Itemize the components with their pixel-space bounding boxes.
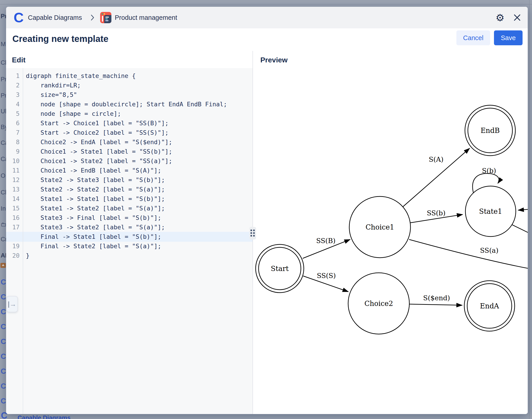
edge-label-choice1-state1: SS(b) [427, 209, 445, 217]
code-text: Choice1 -> EndB [label = "S(A)"]; [26, 166, 161, 175]
code-line-14[interactable]: 14 State1 -> State1 [label = "S(b)"]; [6, 194, 252, 204]
background-sidebar-logo: C [1, 352, 6, 361]
background-sidebar-logo: C [1, 322, 6, 331]
code-line-4[interactable]: 4 node [shape = doublecircle]; Start End… [6, 100, 252, 109]
line-number: 15 [6, 204, 20, 213]
code-line-6[interactable]: 6 Start -> Choice1 [label = "SS(B)"]; [6, 118, 252, 128]
edge-label-choice1-endb: S(A) [429, 156, 444, 163]
edge-choice1-state2 [409, 239, 528, 269]
breadcrumb-page[interactable]: Product management [115, 7, 177, 28]
background-sidebar-logo: C [1, 293, 6, 301]
code-line-8[interactable]: 8 Choice2 -> EndA [label = "S($end)"]; [6, 137, 252, 147]
background-sidebar-item: M [1, 41, 6, 48]
create-template-dialog: C Capable Diagrams Product management ⚙ … [6, 7, 528, 414]
background-sidebar-item: O [1, 172, 5, 179]
background-page-title: Capable Diagrams [18, 415, 71, 419]
close-icon[interactable] [511, 12, 523, 24]
capable-diagrams-logo-icon: C [13, 10, 24, 25]
line-number: 14 [6, 194, 20, 204]
line-number: 4 [6, 100, 20, 109]
code-line-17[interactable]: 17 State3 -> State2 [label = "S(a)"]; [6, 223, 252, 232]
background-sidebar-item: Ul [1, 108, 7, 115]
background-sidebar-item: 🗀 [1, 221, 7, 228]
code-text: State1 -> State1 [label = "S(b)"]; [26, 194, 165, 204]
code-line-19[interactable]: 19 Final -> State2 [label = "S(a)"]; [6, 241, 252, 251]
edge-label-choice1-state2: SS(a) [480, 247, 498, 254]
code-text: } [26, 251, 29, 261]
background-sidebar-item: Pr [1, 92, 7, 99]
line-number: 10 [6, 156, 20, 166]
code-line-1[interactable]: 1digraph finite_state_machine { [6, 71, 252, 81]
background-sidebar-logo: C [1, 278, 6, 286]
code-line-7[interactable]: 7 Start -> Choice2 [label = "SS(S)"]; [6, 128, 252, 137]
line-number: 20 [6, 251, 20, 261]
line-number: 6 [6, 118, 20, 128]
background-sidebar-logo: C [1, 367, 6, 376]
diagram-preview: SS(B)SS(S)S(A)SS(b)SS(a)S($end)S(b)Start… [253, 68, 528, 414]
code-line-16[interactable]: 16 State3 -> Final [label = "S(b)"]; [6, 213, 252, 223]
gutter-separator [23, 68, 23, 414]
background-page-edge-right [529, 0, 530, 419]
code-line-18[interactable]: Final -> State1 [label = "S(b)"]; [6, 232, 252, 241]
line-number: 7 [6, 128, 20, 137]
breadcrumb-app[interactable]: Capable Diagrams [28, 7, 82, 28]
state-machine-diagram: SS(B)SS(S)S(A)SS(b)SS(a)S($end)S(b)Start… [253, 68, 528, 414]
preview-pane-label: Preview [260, 56, 288, 64]
jump-arrow-icon: |→ [8, 300, 16, 308]
background-sidebar-logo: C [1, 382, 6, 390]
code-text: rankdir=LR; [26, 81, 81, 90]
code-editor[interactable]: 1digraph finite_state_machine {2 rankdir… [6, 68, 252, 414]
background-sidebar-item: In [1, 205, 6, 212]
code-text: digraph finite_state_machine { [26, 71, 136, 81]
code-text: State3 -> Final [label = "S(b)"]; [26, 213, 161, 223]
background-sidebar-logo: C [1, 307, 6, 316]
background-page-edge [0, 4, 532, 4]
line-number: 5 [6, 109, 20, 118]
title-row: Creating new template Cancel Save [6, 28, 528, 51]
code-text: node [shape = doublecircle]; Start EndA … [26, 100, 227, 109]
jump-to-line-button[interactable]: |→ [6, 296, 18, 312]
line-number: 9 [6, 147, 20, 156]
code-text: Choice1 -> State2 [label = "SS(a)"]; [26, 156, 172, 166]
node-label-Start: Start [271, 264, 289, 273]
line-number: 16 [6, 213, 20, 223]
background-sidebar-app-icon [0, 263, 6, 268]
code-line-10[interactable]: 10 Choice1 -> State2 [label = "SS(a)"]; [6, 156, 252, 166]
edit-pane-label: Edit [12, 56, 25, 64]
save-button[interactable]: Save [494, 30, 522, 45]
background-sidebar-item: Pr [1, 76, 7, 83]
code-line-15[interactable]: 15 State1 -> State2 [label = "S(a)"]; [6, 204, 252, 213]
code-text: size="8,5" [26, 90, 77, 100]
node-label-Choice2: Choice2 [364, 299, 393, 307]
code-line-12[interactable]: 12 State2 -> State3 [label = "S(b)"]; [6, 175, 252, 185]
line-number: 2 [6, 81, 20, 90]
code-line-5[interactable]: 5 node [shape = circle]; [6, 109, 252, 118]
settings-gear-icon[interactable]: ⚙ [494, 12, 506, 24]
code-text: Choice1 -> State1 [label = "SS(b)"]; [26, 147, 172, 156]
pane-resize-handle[interactable] [249, 227, 256, 239]
code-line-9[interactable]: 9 Choice1 -> State1 [label = "SS(b)"]; [6, 147, 252, 156]
code-text: Start -> Choice2 [label = "SS(S)"]; [26, 128, 169, 137]
line-number: 12 [6, 175, 20, 185]
page-title: Creating new template [12, 34, 109, 44]
code-line-13[interactable]: 13 State2 -> State2 [label = "S(a)"]; [6, 185, 252, 194]
edge-final-state1 [518, 209, 528, 210]
dialog-header: C Capable Diagrams Product management ⚙ [6, 7, 528, 29]
edge-label-start-choice1: SS(B) [316, 237, 335, 245]
cancel-button[interactable]: Cancel [456, 30, 490, 45]
code-text: State2 -> State3 [label = "S(b)"]; [26, 175, 165, 185]
pane-headers: Edit Preview [6, 51, 528, 68]
code-text: State2 -> State2 [label = "S(a)"]; [26, 185, 165, 194]
line-number: 13 [6, 185, 20, 194]
code-text: Final -> State2 [label = "S(a)"]; [26, 241, 161, 251]
node-label-Choice1: Choice1 [365, 223, 394, 231]
line-number: 11 [6, 166, 20, 175]
code-line-2[interactable]: 2 rankdir=LR; [6, 81, 252, 90]
code-line-11[interactable]: 11 Choice1 -> EndB [label = "S(A)"]; [6, 166, 252, 175]
code-line-3[interactable]: 3 size="8,5" [6, 90, 252, 100]
background-sidebar-item: Cl [1, 189, 7, 196]
line-number: 8 [6, 137, 20, 147]
code-line-20[interactable]: 20} [6, 251, 252, 261]
code-text: node [shape = circle]; [26, 109, 121, 118]
screen: { "background": { "top_item": "Pr", "sid… [0, 0, 532, 419]
